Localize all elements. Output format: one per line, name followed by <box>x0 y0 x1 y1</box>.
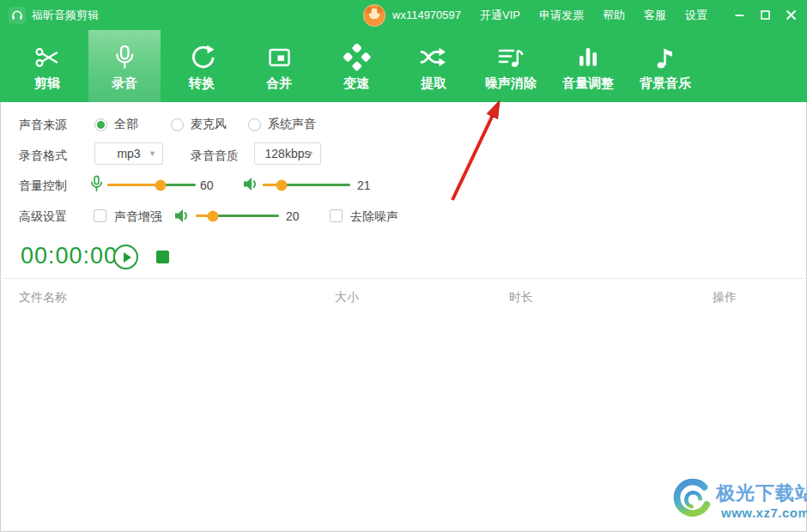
microphone-icon <box>112 41 137 74</box>
volume-control-label: 音量控制 <box>19 178 67 194</box>
speed-icon <box>343 41 371 74</box>
toolbar: 剪辑 录音 转换 <box>0 30 807 102</box>
column-operation: 操作 <box>713 290 737 305</box>
tab-label: 噪声消除 <box>485 76 537 92</box>
slider-thumb[interactable] <box>208 210 219 221</box>
tab-clip[interactable]: 剪辑 <box>11 30 83 102</box>
tab-merge[interactable]: 合并 <box>243 30 315 102</box>
chevron-down-icon: ▼ <box>149 149 156 158</box>
noise-removal-icon <box>496 41 525 74</box>
stop-button[interactable] <box>156 251 169 263</box>
column-size: 大小 <box>335 290 359 305</box>
username-label: wx114970597 <box>392 9 461 21</box>
format-value: mp3 <box>117 147 140 160</box>
red-arrow-annotation <box>434 90 511 210</box>
tab-extract[interactable]: 提取 <box>397 30 470 102</box>
slider-fill <box>107 184 161 186</box>
tab-label: 合并 <box>266 76 292 92</box>
record-quality-label: 录音音质 <box>191 148 239 164</box>
mic-volume-icon <box>90 175 103 196</box>
tab-label: 录音 <box>112 76 137 92</box>
radio-label: 系统声音 <box>268 117 316 132</box>
tab-noise-removal[interactable]: 噪声消除 <box>475 30 547 102</box>
table-top-divider <box>0 278 807 279</box>
speaker-volume-value: 21 <box>357 178 371 192</box>
radio-label: 麦克风 <box>191 117 227 132</box>
tab-label: 剪辑 <box>34 76 60 92</box>
radio-dot <box>248 118 261 131</box>
enhance-speaker-icon <box>174 209 190 227</box>
record-timer: 00:00:00 <box>21 243 118 269</box>
slider-thumb[interactable] <box>276 179 288 190</box>
record-format-label: 录音格式 <box>19 148 67 164</box>
background-music-icon <box>652 41 678 74</box>
speaker-volume-slider[interactable] <box>263 184 350 186</box>
watermark-site-url: www.xz7.com <box>721 505 807 520</box>
radio-system-sound[interactable]: 系统声音 <box>248 117 316 132</box>
volume-adjust-icon <box>575 41 601 74</box>
app-logo-headset-icon <box>9 7 26 24</box>
mic-volume-value: 60 <box>200 178 214 192</box>
denoise-checkbox[interactable] <box>330 209 343 222</box>
radio-label: 全部 <box>114 117 138 132</box>
watermark: 极光下载站 www.xz7.com <box>668 479 798 525</box>
tab-convert[interactable]: 转换 <box>166 30 238 102</box>
menu-settings[interactable]: 设置 <box>685 8 707 23</box>
voice-enhance-checkbox[interactable] <box>94 209 106 222</box>
radio-all[interactable]: 全部 <box>94 117 138 132</box>
tab-label: 音量调整 <box>562 76 614 92</box>
play-button[interactable] <box>113 245 138 269</box>
speaker-volume-icon <box>243 177 258 195</box>
watermark-swirl-icon <box>668 479 714 523</box>
close-icon[interactable] <box>778 0 804 30</box>
voice-enhance-label: 声音增强 <box>114 209 162 225</box>
tab-record[interactable]: 录音 <box>88 30 161 102</box>
menu-help[interactable]: 帮助 <box>603 8 625 23</box>
voice-enhance-value: 20 <box>286 209 300 223</box>
chevron-down-icon: ▼ <box>306 149 314 158</box>
format-select[interactable]: mp3 ▼ <box>94 142 163 165</box>
menu-support[interactable]: 客服 <box>644 8 666 23</box>
tab-label: 背景音乐 <box>640 76 691 92</box>
slider-thumb[interactable] <box>155 179 166 190</box>
tab-label: 提取 <box>421 76 446 92</box>
radio-microphone[interactable]: 麦克风 <box>171 117 227 132</box>
denoise-label: 去除噪声 <box>350 209 398 225</box>
scissors-icon <box>33 41 62 74</box>
quality-select[interactable]: 128kbps ▼ <box>254 142 321 165</box>
app-title: 福昕音频剪辑 <box>32 8 99 23</box>
quality-value: 128kbps <box>265 147 311 160</box>
column-filename: 文件名称 <box>19 290 67 305</box>
column-duration: 时长 <box>509 290 533 305</box>
menu-open-vip[interactable]: 开通VIP <box>480 8 520 23</box>
radio-dot <box>171 118 184 131</box>
title-bar: 福昕音频剪辑 wx114970597 开通VIP 申请发票 帮助 客服 设置 <box>0 0 807 30</box>
voice-enhance-slider[interactable] <box>196 215 279 217</box>
tab-label: 变速 <box>343 76 369 92</box>
radio-dot <box>94 118 107 131</box>
menu-invoice[interactable]: 申请发票 <box>539 8 584 23</box>
tab-background-music[interactable]: 背景音乐 <box>629 30 701 102</box>
play-icon <box>124 252 131 263</box>
maximize-icon[interactable] <box>752 0 778 30</box>
tab-volume-adjust[interactable]: 音量调整 <box>552 30 624 102</box>
tab-label: 转换 <box>189 76 215 92</box>
watermark-site-name: 极光下载站 <box>716 481 807 506</box>
app-window: 福昕音频剪辑 wx114970597 开通VIP 申请发票 帮助 客服 设置 <box>0 0 807 532</box>
sound-source-label: 声音来源 <box>19 118 67 133</box>
merge-icon <box>265 41 294 74</box>
advanced-settings-label: 高级设置 <box>19 209 67 225</box>
tab-speed[interactable]: 变速 <box>320 30 392 102</box>
user-avatar[interactable] <box>363 4 385 27</box>
extract-icon <box>419 41 448 74</box>
minimize-icon[interactable] <box>726 0 752 30</box>
mic-volume-slider[interactable] <box>107 184 196 186</box>
convert-icon <box>188 41 216 74</box>
